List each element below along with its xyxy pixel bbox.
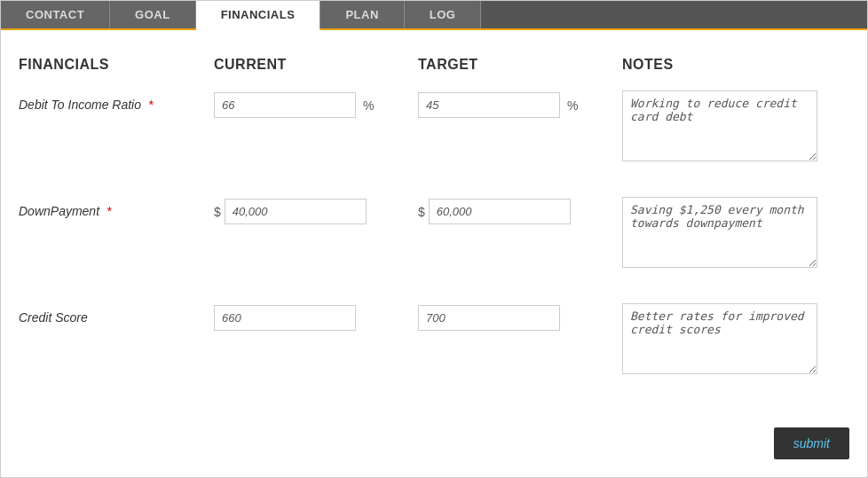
notes-textarea[interactable] <box>622 90 817 161</box>
field-row: Debit To Income Ratio *%% <box>19 90 849 170</box>
field-label: Credit Score <box>19 303 214 325</box>
field-row: DownPayment *$$ <box>19 197 849 277</box>
app-container: CONTACTGOALFINANCIALSPLANLOG FINANCIALS … <box>0 0 868 478</box>
target-cell: % <box>418 90 622 118</box>
notes-header: NOTES <box>622 57 826 73</box>
target-suffix: % <box>567 98 578 113</box>
required-indicator: * <box>145 98 153 112</box>
target-cell: $ <box>418 197 622 224</box>
current-input[interactable] <box>214 305 356 331</box>
column-headers: FINANCIALS CURRENT TARGET NOTES <box>19 57 849 73</box>
tab-log[interactable]: LOG <box>405 1 482 28</box>
tab-bar: CONTACTGOALFINANCIALSPLANLOG <box>1 1 867 30</box>
notes-textarea[interactable] <box>622 303 817 374</box>
current-input[interactable] <box>225 199 367 224</box>
current-input[interactable] <box>214 92 356 118</box>
notes-cell <box>622 197 826 271</box>
current-cell: % <box>214 90 418 118</box>
notes-textarea[interactable] <box>622 197 817 268</box>
target-input[interactable] <box>429 199 571 224</box>
field-label: Debit To Income Ratio * <box>19 90 214 112</box>
current-cell <box>214 303 418 331</box>
section-header: FINANCIALS <box>19 57 214 73</box>
current-cell: $ <box>214 197 418 224</box>
target-input[interactable] <box>418 92 560 118</box>
required-indicator: * <box>103 204 111 218</box>
current-suffix: % <box>363 98 374 113</box>
field-row: Credit Score <box>19 303 849 383</box>
tab-plan[interactable]: PLAN <box>320 1 404 28</box>
submit-button[interactable]: submit <box>774 427 849 459</box>
field-label: DownPayment * <box>19 197 214 218</box>
tab-goal[interactable]: GOAL <box>110 1 196 28</box>
main-content: FINANCIALS CURRENT TARGET NOTES Debit To… <box>1 30 867 477</box>
notes-cell <box>622 303 826 378</box>
notes-cell <box>622 90 826 165</box>
current-header: CURRENT <box>214 57 418 73</box>
target-header: TARGET <box>418 57 622 73</box>
target-input[interactable] <box>418 305 560 331</box>
target-prefix: $ <box>418 205 425 219</box>
current-prefix: $ <box>214 205 221 219</box>
tab-contact[interactable]: CONTACT <box>1 1 110 28</box>
tab-financials[interactable]: FINANCIALS <box>196 1 321 30</box>
target-cell <box>418 303 622 331</box>
rows-container: Debit To Income Ratio *%%DownPayment *$$… <box>19 90 849 383</box>
